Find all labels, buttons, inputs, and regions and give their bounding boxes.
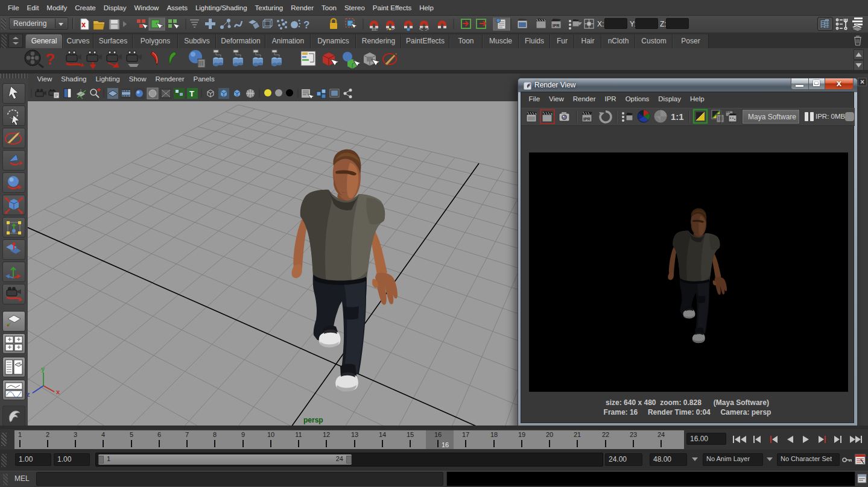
svg-text:10: 10 [267, 431, 274, 438]
svg-text:14: 14 [379, 431, 386, 438]
svg-text:15: 15 [407, 431, 414, 438]
svg-text:?: ? [45, 50, 55, 68]
svg-text:y: y [41, 365, 45, 372]
svg-text:9: 9 [241, 431, 245, 438]
svg-text:5: 5 [130, 431, 133, 438]
svg-text:13: 13 [351, 431, 358, 438]
svg-text:x: x [56, 388, 60, 395]
svg-text:19: 19 [518, 431, 525, 438]
svg-text:T: T [189, 89, 194, 98]
svg-text:6: 6 [157, 431, 161, 438]
svg-text:2: 2 [46, 431, 49, 438]
svg-text:1: 1 [18, 431, 22, 438]
svg-text:17: 17 [462, 431, 469, 438]
svg-text:22: 22 [602, 431, 609, 438]
svg-text:persp: persp [303, 416, 323, 424]
svg-text:IPR: IPR [583, 117, 591, 121]
svg-text:24: 24 [657, 431, 665, 438]
svg-text:16: 16 [434, 431, 442, 438]
svg-text:12: 12 [323, 431, 330, 438]
svg-text:21: 21 [574, 431, 581, 438]
svg-text:16: 16 [442, 441, 449, 448]
svg-text:4: 4 [101, 431, 105, 438]
svg-text:18: 18 [490, 431, 498, 438]
svg-text:8: 8 [213, 431, 217, 438]
svg-text:7: 7 [185, 431, 189, 438]
svg-text:20: 20 [546, 431, 553, 438]
svg-text:IPR: IPR [553, 24, 560, 28]
svg-text:23: 23 [630, 431, 637, 438]
svg-text:?: ? [303, 19, 309, 31]
svg-text:3: 3 [74, 431, 77, 438]
svg-text:1:1: 1:1 [671, 112, 684, 122]
svg-text:z: z [28, 391, 30, 398]
svg-text:11: 11 [295, 431, 302, 438]
